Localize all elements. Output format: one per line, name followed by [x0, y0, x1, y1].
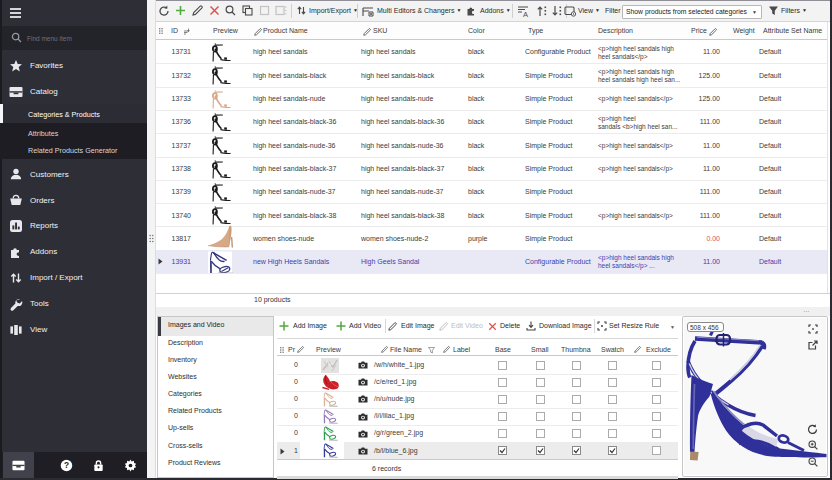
svg-text:?: ? — [64, 460, 69, 470]
svg-text:A: A — [523, 10, 528, 19]
